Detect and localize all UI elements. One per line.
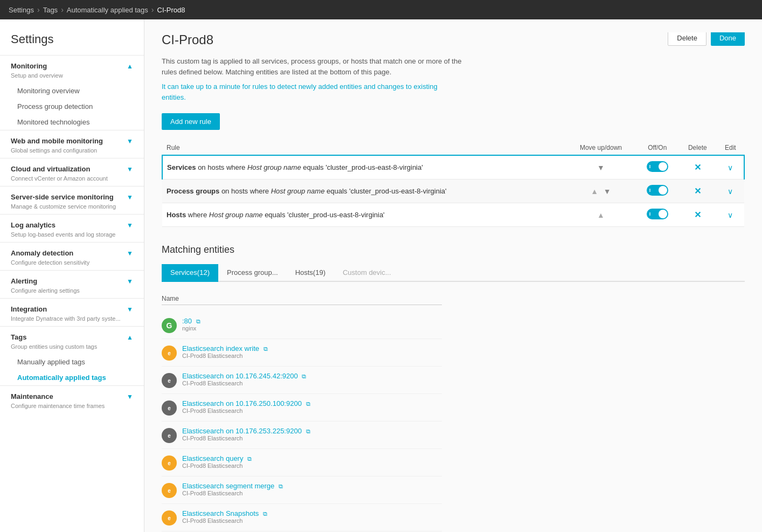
external-link-icon-6[interactable]: ⧉ xyxy=(279,483,283,489)
external-link-icon-1[interactable]: ⧉ xyxy=(264,346,268,352)
done-button[interactable]: Done xyxy=(711,32,745,46)
sidebar-item-auto-tags[interactable]: Automatically applied tags xyxy=(0,370,144,385)
sidebar-monitoring-title: Monitoring xyxy=(11,62,47,70)
sidebar-integration-title: Integration xyxy=(11,305,47,313)
list-item: e Elasticsearch query ⧉ CI-Prod8 Elastic… xyxy=(162,449,442,476)
tab-custom-device: Custom devic... xyxy=(334,264,400,282)
sidebar-section-maintenance-header[interactable]: Maintenance ▼ xyxy=(0,386,144,403)
sidebar-anomaly-subtitle: Configure detection sensitivity xyxy=(0,259,144,270)
toggle-switch[interactable]: I xyxy=(647,209,668,219)
breadcrumb-auto-tags[interactable]: Automatically applied tags xyxy=(67,6,148,14)
rule-toggle-2[interactable]: I xyxy=(636,179,678,203)
rule-toggle-1[interactable]: I xyxy=(636,155,678,179)
entity-icon-5: e xyxy=(162,455,177,471)
sidebar-log-subtitle: Setup log-based events and log storage xyxy=(0,231,144,242)
sidebar-section-server: Server-side service monitoring ▼ Manage … xyxy=(0,186,144,214)
tab-process-group[interactable]: Process group... xyxy=(218,264,287,282)
arrow-up-icon[interactable]: ▲ xyxy=(597,211,605,219)
col-rule-header: Rule xyxy=(162,141,565,155)
sidebar-title: Settings xyxy=(0,19,144,55)
entity-link-2[interactable]: Elasticsearch on 10.176.245.42:9200 xyxy=(182,372,298,380)
arrow-down-icon[interactable]: ▼ xyxy=(604,187,611,196)
delete-rule-icon[interactable]: ✕ xyxy=(694,186,701,196)
sidebar-maintenance-title: Maintenance xyxy=(11,392,53,400)
sidebar-alerting-subtitle: Configure alerting settings xyxy=(0,287,144,298)
sidebar-item-monitored-tech[interactable]: Monitored technologies xyxy=(0,114,144,130)
add-rule-button[interactable]: Add new rule xyxy=(162,113,220,130)
rule-field: Host group name xyxy=(271,187,325,195)
sidebar-section-tags-header[interactable]: Tags ▲ xyxy=(0,327,144,343)
col-delete-header: Delete xyxy=(678,141,717,155)
delete-rule-icon[interactable]: ✕ xyxy=(694,210,701,219)
breadcrumb-tags[interactable]: Tags xyxy=(43,6,58,14)
rule-move-1: ▼ xyxy=(565,155,636,179)
rule-delete-2[interactable]: ✕ xyxy=(678,179,717,203)
external-link-icon-2[interactable]: ⧉ xyxy=(302,373,306,379)
sidebar-log-title: Log analytics xyxy=(11,221,56,229)
rule-toggle-3[interactable]: I xyxy=(636,203,678,227)
external-link-icon-7[interactable]: ⧉ xyxy=(263,510,267,517)
external-link-icon-5[interactable]: ⧉ xyxy=(247,455,252,462)
rule-delete-1[interactable]: ✕ xyxy=(678,155,717,179)
main-content: Delete Done CI-Prod8 This custom tag is … xyxy=(144,19,762,532)
sidebar-item-monitoring-overview[interactable]: Monitoring overview xyxy=(0,83,144,99)
toggle-knob xyxy=(659,162,667,171)
entity-link-7[interactable]: Elasticsearch Snapshots xyxy=(182,509,259,517)
sidebar-section-server-header[interactable]: Server-side service monitoring ▼ xyxy=(0,186,144,203)
sidebar-web-subtitle: Global settings and configuration xyxy=(0,147,144,158)
sidebar-section-monitoring-header[interactable]: Monitoring ▲ xyxy=(0,56,144,72)
entity-link-6[interactable]: Elasticsearch segment merge xyxy=(182,482,274,490)
matching-entities: Matching entities Services(12) Process g… xyxy=(162,244,745,532)
rule-edit-3[interactable]: ∨ xyxy=(717,203,744,227)
toggle-label: I xyxy=(649,164,651,169)
list-item: e Elasticsearch on 10.176.245.42:9200 ⧉ … xyxy=(162,367,442,394)
entity-link-4[interactable]: Elasticsearch on 10.176.253.225:9200 xyxy=(182,427,302,435)
expand-rule-icon[interactable]: ∨ xyxy=(728,187,733,196)
rule-text-2: Process groups on hosts where Host group… xyxy=(162,179,565,203)
col-move-header: Move up/down xyxy=(565,141,636,155)
external-link-icon-0[interactable]: ⧉ xyxy=(196,318,200,324)
sidebar-cloud-title: Cloud and virtualization xyxy=(11,165,90,173)
entity-link-3[interactable]: Elasticsearch on 10.176.250.100:9200 xyxy=(182,399,302,407)
breadcrumb-sep-1: › xyxy=(37,5,40,14)
chevron-down-icon-8: ▼ xyxy=(127,393,133,400)
chevron-down-icon: ▼ xyxy=(127,137,133,145)
sidebar-section-cloud-header[interactable]: Cloud and virtualization ▼ xyxy=(0,158,144,175)
entity-sub-5: CI-Prod8 Elasticsearch xyxy=(182,462,252,469)
sidebar-item-process-group[interactable]: Process group detection xyxy=(0,99,144,114)
entity-icon-7: e xyxy=(162,510,177,526)
toggle-switch[interactable]: I xyxy=(647,185,668,196)
expand-rule-icon[interactable]: ∨ xyxy=(728,163,733,172)
tab-hosts[interactable]: Hosts(19) xyxy=(287,264,334,282)
delete-button[interactable]: Delete xyxy=(668,32,706,46)
page-description-note: It can take up to a minute for rules to … xyxy=(162,81,463,102)
tab-services[interactable]: Services(12) xyxy=(162,264,218,282)
sidebar-alerting-title: Alerting xyxy=(11,277,37,285)
rule-edit-2[interactable]: ∨ xyxy=(717,179,744,203)
entity-link-1[interactable]: Elasticsearch index write xyxy=(182,344,259,353)
entity-link-0[interactable]: :80 xyxy=(182,317,192,325)
sidebar-section-anomaly-header[interactable]: Anomaly detection ▼ xyxy=(0,243,144,259)
chevron-down-icon-4: ▼ xyxy=(127,222,133,229)
sidebar-item-manual-tags[interactable]: Manually applied tags xyxy=(0,354,144,370)
entity-sub-4: CI-Prod8 Elasticsearch xyxy=(182,435,310,441)
sidebar-section-log-header[interactable]: Log analytics ▼ xyxy=(0,215,144,231)
expand-rule-icon[interactable]: ∨ xyxy=(728,211,733,219)
breadcrumb: Settings › Tags › Automatically applied … xyxy=(0,0,762,19)
external-link-icon-3[interactable]: ⧉ xyxy=(306,400,310,407)
chevron-down-icon-2: ▼ xyxy=(127,165,133,173)
sidebar-section-web-mobile-header[interactable]: Web and mobile monitoring ▼ xyxy=(0,130,144,147)
rule-delete-3[interactable]: ✕ xyxy=(678,203,717,227)
arrow-down-icon[interactable]: ▼ xyxy=(597,163,605,172)
external-link-icon-4[interactable]: ⧉ xyxy=(306,428,310,434)
toggle-switch[interactable]: I xyxy=(647,161,668,172)
entity-link-5[interactable]: Elasticsearch query xyxy=(182,454,243,462)
sidebar-section-alerting-header[interactable]: Alerting ▼ xyxy=(0,271,144,287)
delete-rule-icon[interactable]: ✕ xyxy=(694,163,701,172)
toggle-knob xyxy=(659,186,667,195)
breadcrumb-sep-3: › xyxy=(151,5,154,14)
rule-edit-1[interactable]: ∨ xyxy=(717,155,744,179)
arrow-up-icon[interactable]: ▲ xyxy=(591,187,598,196)
breadcrumb-settings[interactable]: Settings xyxy=(9,6,34,14)
sidebar-section-integration-header[interactable]: Integration ▼ xyxy=(0,299,144,315)
